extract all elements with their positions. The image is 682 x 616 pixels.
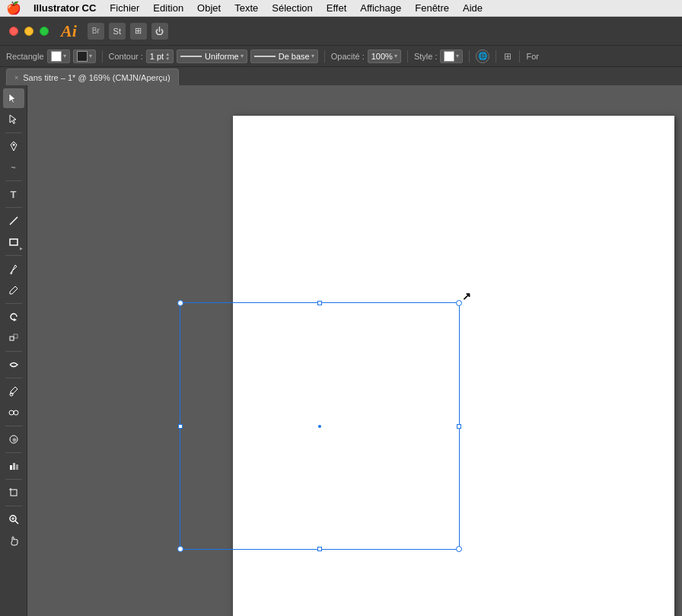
- doc-tab-title: Sans titre – 1* @ 169% (CMJN/Aperçu): [23, 73, 170, 82]
- stroke-uniform-chevron: ▾: [241, 53, 244, 59]
- titlebar-icons: Br St ⊞ ⏻: [88, 23, 168, 40]
- fill-field[interactable]: ▾: [47, 49, 70, 63]
- for-label: For: [526, 52, 539, 61]
- traffic-light-minimize[interactable]: [24, 27, 33, 36]
- stroke-chevron: ▾: [89, 53, 92, 59]
- stroke-uniform-dropdown[interactable]: Uniforme ▾: [177, 49, 247, 63]
- menu-fenetre[interactable]: Fenêtre: [409, 2, 455, 14]
- tool-separator-6: [5, 351, 22, 352]
- menu-objet[interactable]: Objet: [191, 2, 227, 14]
- resize-cursor-arrow: ↗: [462, 291, 471, 302]
- stroke-stepper[interactable]: ▲▼: [165, 52, 170, 61]
- style-label: Style :: [414, 52, 438, 61]
- menu-affichage[interactable]: Affichage: [354, 2, 407, 14]
- grid-icon[interactable]: ⊞: [504, 51, 512, 62]
- svg-rect-7: [14, 334, 18, 338]
- stock-icon[interactable]: St: [109, 23, 126, 40]
- scale-tool-btn[interactable]: [3, 328, 24, 348]
- bar-chart-tool-btn[interactable]: [3, 456, 24, 476]
- doc-tab-close[interactable]: ×: [14, 74, 18, 81]
- menu-aide[interactable]: Aide: [457, 2, 489, 14]
- power-icon[interactable]: ⏻: [151, 23, 168, 40]
- menu-fichier[interactable]: Fichier: [104, 2, 145, 14]
- stroke-type-dropdown[interactable]: ▾: [73, 49, 96, 63]
- symbol-tool-btn[interactable]: ⊕: [3, 429, 24, 449]
- center-point: [318, 425, 321, 428]
- curvature-tool-btn[interactable]: ~: [3, 158, 24, 177]
- svg-text:⊕: ⊕: [12, 437, 17, 442]
- opacity-field[interactable]: 100% ▾: [368, 49, 401, 63]
- live-corner-bl[interactable]: [177, 546, 183, 552]
- pencil-tool-btn[interactable]: [3, 280, 24, 300]
- tool-separator-11: [5, 506, 22, 506]
- fill-swatch[interactable]: [51, 51, 62, 62]
- selection-tool-btn[interactable]: [3, 88, 24, 108]
- apple-menu[interactable]: 🍎: [6, 1, 21, 15]
- workspace-icon[interactable]: ⊞: [130, 23, 147, 40]
- menu-effet[interactable]: Effet: [320, 2, 353, 14]
- canvas-area[interactable]: ↗: [27, 85, 682, 616]
- sep5: [496, 50, 496, 62]
- traffic-light-close[interactable]: [9, 27, 18, 36]
- svg-rect-15: [16, 464, 18, 470]
- traffic-light-maximize[interactable]: [40, 27, 49, 36]
- style-dropdown[interactable]: ▾: [440, 49, 463, 63]
- app-logo: Ai: [61, 21, 77, 41]
- tool-separator-3: [5, 207, 22, 208]
- svg-rect-16: [11, 490, 17, 496]
- style-preview: [444, 51, 454, 62]
- stroke-weight-field[interactable]: 1 pt ▲▼: [146, 49, 174, 63]
- app-name-menu[interactable]: Illustrator CC: [27, 2, 102, 14]
- opacity-value: 100%: [371, 52, 393, 61]
- pen-tool-btn[interactable]: [3, 136, 24, 156]
- artboard-tool-btn[interactable]: [3, 483, 24, 503]
- eyedropper-tool-btn[interactable]: [3, 381, 24, 401]
- rotate-tool-btn[interactable]: [3, 307, 24, 327]
- tool-separator-9: [5, 452, 22, 453]
- stroke-label: Contour :: [109, 52, 143, 61]
- zoom-tool-btn[interactable]: [3, 509, 24, 529]
- svg-line-20: [15, 521, 18, 524]
- stroke-style-dropdown[interactable]: De base ▾: [250, 49, 318, 63]
- handle-mid-left[interactable]: [178, 424, 183, 429]
- svg-marker-0: [9, 94, 15, 103]
- toolbar: ~ T ▶: [0, 85, 27, 616]
- line-tool-btn[interactable]: [3, 211, 24, 231]
- hand-tool-btn[interactable]: [3, 531, 24, 551]
- menu-texte[interactable]: Texte: [228, 2, 264, 14]
- tool-separator-2: [5, 180, 22, 181]
- type-tool-btn[interactable]: T: [3, 184, 24, 204]
- main-area: ~ T ▶: [0, 85, 682, 616]
- selected-rectangle[interactable]: ↗: [180, 302, 460, 550]
- handle-mid-right[interactable]: [457, 424, 461, 429]
- stroke-style-preview: [254, 56, 276, 57]
- tool-separator-7: [5, 378, 22, 378]
- direct-selection-tool-btn[interactable]: [3, 110, 24, 129]
- live-corner-tl[interactable]: [177, 300, 183, 306]
- bridge-icon[interactable]: Br: [88, 23, 104, 40]
- svg-marker-5: [14, 318, 17, 321]
- blend-tool-btn[interactable]: [3, 403, 24, 423]
- svg-rect-13: [10, 465, 12, 470]
- live-corner-tr[interactable]: [456, 300, 462, 306]
- menu-bar: 🍎 Illustrator CC Fichier Edition Objet T…: [0, 0, 682, 17]
- svg-rect-14: [13, 463, 15, 470]
- sep4: [469, 50, 470, 62]
- rect-tool-btn[interactable]: ▶: [3, 232, 24, 252]
- menu-edition[interactable]: Edition: [147, 2, 190, 14]
- globe-icon[interactable]: 🌐: [476, 49, 489, 63]
- warp-tool-btn[interactable]: [3, 355, 24, 375]
- live-corner-br[interactable]: [456, 546, 462, 552]
- doc-tab[interactable]: × Sans titre – 1* @ 169% (CMJN/Aperçu): [6, 69, 179, 85]
- svg-point-10: [14, 410, 18, 415]
- svg-point-2: [12, 144, 14, 146]
- stroke-style-chevron: ▾: [311, 53, 314, 59]
- tool-separator-10: [5, 479, 22, 480]
- handle-top-mid[interactable]: [317, 301, 322, 305]
- svg-rect-4: [10, 239, 18, 245]
- handle-bottom-mid[interactable]: [317, 547, 322, 551]
- paintbrush-tool-btn[interactable]: [3, 259, 24, 279]
- menu-selection[interactable]: Sélection: [266, 2, 318, 14]
- style-chevron: ▾: [456, 53, 459, 59]
- stroke-line-preview: [180, 56, 202, 57]
